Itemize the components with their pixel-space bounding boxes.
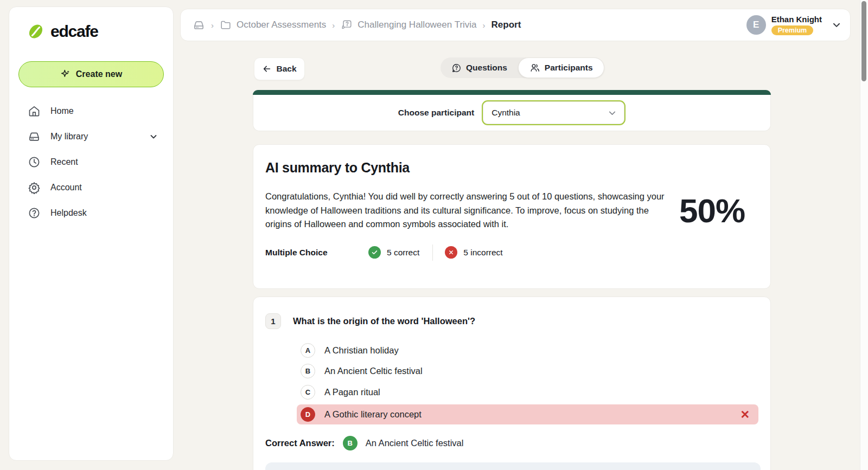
breadcrumb-current: Report [492, 20, 521, 30]
edcafe-bean-icon [25, 21, 46, 42]
incorrect-x-icon: ✕ [740, 409, 750, 420]
sidebar-item-label: My library [50, 132, 88, 141]
stats-divider [432, 244, 433, 261]
options-list: A A Christian holiday B An Ancient Celti… [301, 340, 758, 424]
option-text: A Gothic literary concept [324, 409, 422, 420]
chevron-down-icon [832, 20, 841, 30]
back-button[interactable]: Back [254, 57, 305, 80]
sidebar-item-label: Account [50, 183, 82, 192]
user-name: Ethan Knight [771, 15, 822, 24]
create-new-button[interactable]: Create new [18, 61, 164, 87]
participant-select-value: Cynthia [492, 108, 608, 118]
score-value: 50% [679, 191, 745, 230]
sparkle-icon [60, 69, 71, 80]
summary-body: Congratulations, Cynthia! You did well b… [265, 190, 667, 231]
create-new-label: Create new [76, 69, 122, 79]
question-text: What is the origin of the word 'Hallowee… [293, 313, 475, 326]
sidebar-item-my-library[interactable]: My library [9, 124, 173, 149]
option-letter-badge: B [301, 364, 315, 378]
gear-icon [28, 181, 41, 194]
option-d-incorrect: D A Gothic literary concept ✕ [297, 404, 758, 424]
sidebar-nav: Home My library Recent [9, 98, 173, 226]
breadcrumb-label: October Assessments [237, 20, 326, 30]
summary-stats: Multiple Choice 5 correct 5 incorrect [265, 244, 757, 261]
tab-label: Questions [466, 63, 507, 73]
breadcrumb-label: Challenging Halloween Trivia [358, 20, 476, 30]
option-letter-badge: D [301, 407, 315, 422]
sidebar-item-label: Recent [50, 157, 78, 167]
card-accent-bar [253, 90, 771, 95]
app-name: edcafe [50, 22, 98, 41]
participant-picker-card: Choose participant Cynthia [253, 90, 771, 131]
question-card: 1 What is the origin of the word 'Hallow… [253, 297, 771, 470]
correct-stat: 5 correct [368, 246, 419, 259]
correct-answer-row: Correct Answer: B An Ancient Celtic fest… [265, 436, 758, 450]
option-letter-badge: A [301, 343, 315, 358]
sidebar-item-home[interactable]: Home [9, 98, 173, 124]
breadcrumb-separator: › [332, 21, 335, 30]
breadcrumb: › October Assessments › Challenging Hall… [193, 19, 521, 31]
sidebar-item-label: Home [50, 106, 74, 116]
view-tabs: Questions Participants [441, 57, 604, 78]
question-type-label: Multiple Choice [265, 248, 368, 257]
premium-badge: Premium [771, 25, 814, 35]
summary-title: AI summary to Cynthia [265, 160, 757, 176]
correct-stat-label: 5 correct [387, 248, 419, 257]
option-text: A Christian holiday [324, 345, 399, 356]
back-label: Back [276, 64, 296, 74]
choose-participant-label: Choose participant [398, 108, 474, 118]
correct-answer-text: An Ancient Celtic festival [366, 438, 464, 448]
question-number-badge: 1 [265, 313, 281, 329]
library-icon [28, 130, 41, 143]
incorrect-stat-label: 5 incorrect [463, 248, 502, 257]
folder-icon [220, 19, 232, 31]
drive-icon[interactable] [193, 19, 205, 31]
app-logo[interactable]: edcafe [9, 7, 173, 42]
participant-select[interactable]: Cynthia [482, 100, 626, 125]
breadcrumb-folder[interactable]: October Assessments [220, 19, 326, 31]
option-text: A Pagan ritual [324, 387, 380, 397]
home-icon [28, 105, 41, 118]
incorrect-stat: 5 incorrect [445, 246, 502, 259]
arrow-left-icon [262, 64, 272, 74]
tab-label: Participants [545, 63, 593, 73]
header-bar: › October Assessments › Challenging Hall… [180, 9, 851, 41]
sidebar-item-label: Helpdesk [50, 208, 87, 218]
correct-answer-label: Correct Answer: [265, 438, 335, 448]
chevron-down-icon [608, 108, 617, 118]
question-bubble-icon [451, 63, 462, 73]
scrollbar-track[interactable] [860, 0, 868, 470]
breadcrumb-separator: › [483, 21, 486, 30]
option-c: C A Pagan ritual [301, 382, 758, 403]
scrollbar-thumb[interactable] [861, 1, 866, 81]
check-circle-icon [368, 246, 381, 259]
option-letter-badge: C [301, 385, 315, 400]
participants-icon [529, 62, 540, 73]
x-circle-icon [445, 246, 457, 259]
correct-answer-letter-badge: B [343, 436, 358, 450]
user-menu[interactable]: E Ethan Knight Premium [746, 15, 841, 35]
quiz-icon [341, 19, 353, 31]
chevron-down-icon [149, 132, 158, 141]
sidebar-item-helpdesk[interactable]: Helpdesk [9, 200, 173, 226]
sidebar-item-recent[interactable]: Recent [9, 149, 173, 175]
tab-questions[interactable]: Questions [441, 57, 518, 78]
avatar: E [746, 15, 766, 35]
ai-summary-card: AI summary to Cynthia Congratulations, C… [253, 144, 771, 289]
sidebar: edcafe Create new Home My library [9, 7, 174, 461]
sidebar-item-account[interactable]: Account [9, 175, 173, 200]
tab-participants[interactable]: Participants [518, 57, 604, 78]
breadcrumb-quiz[interactable]: Challenging Halloween Trivia [341, 19, 476, 31]
option-text: An Ancient Celtic festival [324, 366, 423, 376]
option-a: A A Christian holiday [301, 340, 758, 361]
breadcrumb-separator: › [211, 21, 214, 30]
help-icon [28, 207, 41, 220]
explanation-box: Explanation [265, 462, 761, 470]
clock-icon [28, 156, 41, 169]
option-b: B An Ancient Celtic festival [301, 361, 758, 382]
